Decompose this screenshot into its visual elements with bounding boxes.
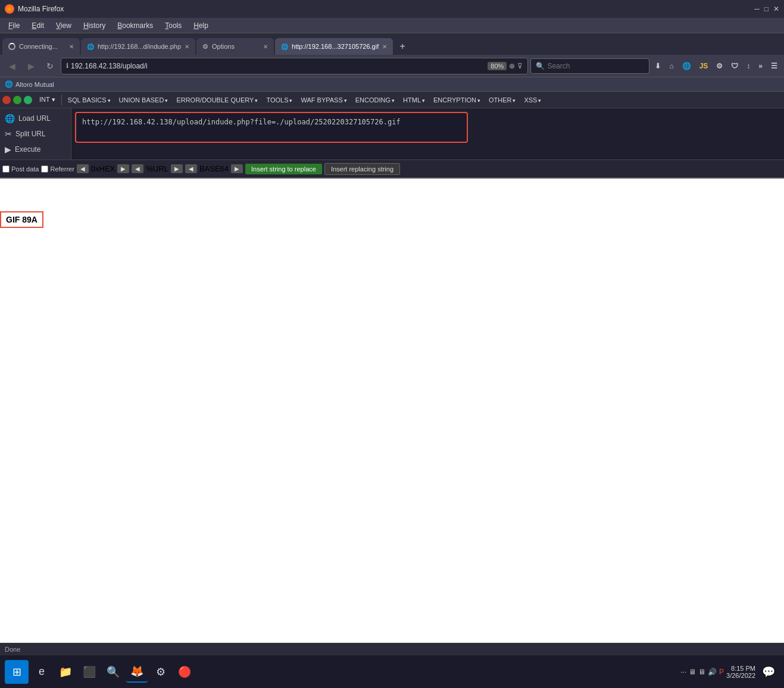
tab-loading-icon: [8, 43, 15, 50]
status-bar: Done: [0, 643, 784, 655]
hackbar-sql-basics[interactable]: SQL BASICS: [64, 95, 114, 105]
minimize-icon[interactable]: ─: [754, 5, 760, 13]
start-button[interactable]: ⊞: [5, 660, 29, 684]
hackbar-add-btn[interactable]: [24, 96, 32, 104]
taskbar-terminal-icon[interactable]: ⬛: [79, 661, 100, 683]
hackbar-xss[interactable]: XSS: [520, 95, 545, 105]
tab-options[interactable]: ⚙ Options ✕: [196, 38, 274, 55]
encode-url-right[interactable]: ▶: [171, 164, 183, 173]
bookmark-altoro[interactable]: 🌐 Altoro Mutual: [5, 80, 54, 88]
taskbar-dots-icon[interactable]: ···: [680, 668, 686, 676]
hackbar-waf-bypass[interactable]: WAF BYPASS: [297, 95, 350, 105]
insert-replacing-string-button[interactable]: Insert replacing string: [324, 163, 400, 175]
reload-button[interactable]: ↻: [42, 58, 58, 74]
gif-badge-text: GIF 89A: [6, 215, 38, 224]
tab-icon: 🌐: [281, 43, 288, 50]
taskbar-burp-tray[interactable]: P: [719, 668, 724, 676]
post-data-checkbox[interactable]: [2, 165, 10, 173]
hackbar-int[interactable]: INT ▾: [36, 95, 59, 105]
search-icon: 🔍: [536, 62, 545, 70]
insert-string-to-replace-button[interactable]: Insert string to replace: [245, 164, 322, 174]
taskbar-search-icon[interactable]: 🔍: [102, 661, 124, 683]
encode-base64-right[interactable]: ▶: [231, 164, 243, 173]
hackbar-green-btn[interactable]: [13, 96, 21, 104]
encode-url-left[interactable]: ◀: [132, 164, 143, 173]
side-label: Load URL: [18, 114, 51, 123]
notification-button[interactable]: 💬: [758, 661, 779, 683]
taskbar-tray-icon2[interactable]: 🖥: [698, 668, 705, 676]
tab-label: http://192.168...327105726.gif: [292, 43, 379, 50]
menu-help[interactable]: Help: [189, 20, 213, 31]
taskbar-volume-icon[interactable]: 🔊: [708, 668, 717, 676]
referrer-checkbox[interactable]: [41, 165, 48, 173]
referrer-item: Referrer: [41, 165, 74, 173]
hackbar-url-input[interactable]: http://192.168.42.138/upload/indude.php?…: [75, 112, 468, 143]
tab-connecting[interactable]: Connecting... ✕: [2, 38, 80, 55]
tools-icon[interactable]: ⚙: [713, 58, 726, 74]
hackbar-union-based[interactable]: UNION BASED: [115, 95, 172, 105]
side-label: Execute: [15, 145, 40, 154]
home-button[interactable]: ⌂: [666, 58, 676, 74]
globe-icon[interactable]: 🌐: [679, 58, 694, 74]
download-button[interactable]: ⬇: [652, 58, 664, 74]
js-button[interactable]: JS: [696, 58, 711, 74]
tab-close-icon[interactable]: ✕: [69, 43, 74, 50]
side-load-url[interactable]: 🌐 Load URL: [0, 111, 71, 126]
tab-indude[interactable]: 🌐 http://192.168...d/indude.php ✕: [81, 38, 195, 55]
menu-bookmarks[interactable]: Bookmarks: [113, 20, 158, 31]
hackbar-other[interactable]: OTHER: [485, 95, 520, 105]
taskbar-edge-icon[interactable]: e: [31, 661, 52, 683]
hackbar-html[interactable]: HTML: [399, 95, 429, 105]
taskbar-tray-icon1[interactable]: 🖥: [689, 668, 696, 676]
bookmark-icon: 🌐: [5, 80, 13, 88]
tab-close-icon[interactable]: ✕: [382, 43, 387, 50]
tab-gif[interactable]: 🌐 http://192.168...327105726.gif ✕: [275, 38, 393, 55]
address-bar[interactable]: ℹ 192.168.42.138/upload/i 80% ⊕ ⊽: [61, 58, 528, 74]
menu-history[interactable]: History: [79, 20, 110, 31]
encode-0xhex-right[interactable]: ▶: [117, 164, 129, 173]
close-icon[interactable]: ✕: [773, 5, 779, 13]
menu-button[interactable]: ☰: [768, 58, 780, 74]
back-button[interactable]: ◀: [4, 58, 20, 74]
hackbar-encryption[interactable]: ENCRYPTION: [430, 95, 484, 105]
menu-edit[interactable]: Edit: [27, 20, 49, 31]
sync-icon[interactable]: ↕: [744, 58, 753, 74]
hackbar-tools[interactable]: TOOLS: [263, 95, 296, 105]
taskbar-burp-icon[interactable]: 🔴: [174, 661, 195, 683]
hackbar-encoding[interactable]: ENCODING: [352, 95, 398, 105]
encode-0xhex-left[interactable]: ◀: [77, 164, 89, 173]
tab-close-icon[interactable]: ✕: [263, 43, 268, 50]
hackbar-error-double[interactable]: ERROR/DOUBLE QUERY: [173, 95, 261, 105]
tab-close-icon[interactable]: ✕: [185, 43, 189, 50]
menu-file[interactable]: File: [4, 20, 24, 31]
bookmark-label: Altoro Mutual: [15, 81, 54, 88]
tab-label: Options: [212, 43, 235, 50]
nav-bar: ◀ ▶ ↻ ℹ 192.168.42.138/upload/i 80% ⊕ ⊽ …: [0, 55, 784, 77]
lock-icon: ℹ: [66, 62, 68, 70]
status-text: Done: [5, 646, 20, 653]
search-input[interactable]: [547, 62, 644, 70]
taskbar-explorer-icon[interactable]: 📁: [55, 661, 76, 683]
taskbar-settings-icon[interactable]: ⚙: [150, 661, 171, 683]
zoom-level[interactable]: 80%: [488, 62, 507, 70]
taskbar-clock[interactable]: 8:15 PM 3/26/2022: [726, 665, 755, 679]
maximize-icon[interactable]: □: [764, 5, 769, 13]
encode-base64-left[interactable]: ◀: [185, 164, 197, 173]
bookmark-star-icon[interactable]: ⊕: [509, 62, 515, 70]
download-history-icon[interactable]: ⊽: [517, 62, 523, 70]
side-execute[interactable]: ▶ Execute: [0, 142, 71, 157]
post-data-item: Post data: [2, 165, 39, 173]
new-tab-button[interactable]: +: [394, 38, 411, 55]
taskbar-firefox-icon[interactable]: 🦊: [126, 661, 148, 683]
menu-view[interactable]: View: [51, 20, 76, 31]
firefox-icon: [5, 4, 14, 14]
hackbar-red-dot[interactable]: [2, 96, 11, 104]
menu-bar: File Edit View History Bookmarks Tools H…: [0, 18, 784, 33]
overflow-button[interactable]: »: [755, 58, 766, 74]
shield-icon[interactable]: 🛡: [728, 58, 741, 74]
side-split-url[interactable]: ✂ Split URL: [0, 126, 71, 142]
menu-tools[interactable]: Tools: [160, 20, 186, 31]
forward-button[interactable]: ▶: [23, 58, 39, 74]
hackbar-actions-bar: Post data Referrer ◀ 0xHEX ▶ ◀ %URL ▶ ◀ …: [0, 160, 784, 177]
search-box[interactable]: 🔍: [530, 58, 649, 74]
